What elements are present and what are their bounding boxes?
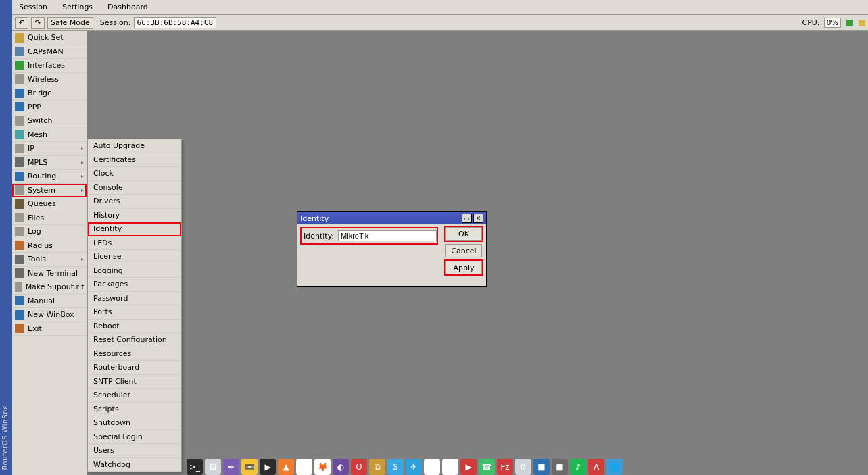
menu-session[interactable]: Session [15,1,51,13]
identity-input[interactable] [338,230,437,241]
dock-terminal-icon[interactable]: >_ [187,459,203,475]
sidebar-item-system[interactable]: System▸ [12,184,87,198]
submenu-item-packages[interactable]: Packages [88,278,181,292]
sidebar-item-interfaces[interactable]: Interfaces [12,59,87,73]
sidebar-item-exit[interactable]: Exit [12,322,87,336]
dialog-titlebar[interactable]: Identity ▭ ✕ [297,212,486,224]
dock-tor-icon[interactable]: ◐ [333,459,349,475]
sidebar-item-manual[interactable]: Manual [12,295,87,309]
sidebar-item-label: Tools [28,255,78,264]
dock-skype-icon[interactable]: S [387,459,404,475]
submenu-item-watchdog[interactable]: Watchdog [88,458,181,472]
sidebar-item-new-terminal[interactable]: New Terminal [12,267,87,281]
minimize-icon[interactable]: ▭ [462,214,472,223]
sidebar-item-ip[interactable]: IP▸ [12,142,87,156]
submenu-item-logging[interactable]: Logging [88,264,181,278]
submenu-item-shutdown[interactable]: Shutdown [88,416,181,430]
dock-gmail-icon[interactable]: ✉ [424,459,440,475]
sidebar-item-label: System [28,186,78,195]
sidebar-item-make-supout-rif[interactable]: Make Supout.rif [12,280,87,295]
dock-filezilla-icon[interactable]: Fz [497,459,513,475]
sidebar-item-label: Routing [28,172,78,180]
submenu-item-auto-upgrade[interactable]: Auto Upgrade [88,139,181,153]
sidebar-item-quick-set[interactable]: Quick Set [12,31,87,45]
dialog-title: Identity [300,214,460,223]
dock-vlc-icon[interactable]: ▲ [278,459,294,475]
dock-telegram-icon[interactable]: ✈ [406,459,422,475]
dock-trash-icon[interactable]: 🗑 [515,459,531,475]
dock-virtualbox-icon[interactable]: ⧉ [369,459,385,475]
sidebar-item-queues[interactable]: Queues [12,197,87,211]
chevron-right-icon: ▸ [81,145,84,151]
redo-button[interactable]: ↷ [31,17,45,29]
submenu-item-special-login[interactable]: Special Login [88,430,181,445]
dock-globe-icon[interactable]: 🌐 [606,459,623,475]
submenu-item-users[interactable]: Users [88,444,181,458]
dock-youtube-icon[interactable]: ▶ [460,459,477,475]
undo-button[interactable]: ↶ [15,17,28,29]
status-square-yellow [859,20,865,26]
sidebar-item-radius[interactable]: Radius [12,239,87,253]
sidebar-item-ppp[interactable]: PPP [12,101,87,115]
submenu-item-drivers[interactable]: Drivers [88,195,181,209]
safe-mode-button[interactable]: Safe Mode [47,17,93,29]
submenu-item-routerboard[interactable]: Routerboard [88,361,181,375]
ok-button[interactable]: OK [445,227,482,241]
sidebar-item-switch[interactable]: Switch [12,114,87,128]
dock-opera-icon[interactable]: O [351,459,367,475]
submenu-item-reboot[interactable]: Reboot [88,320,181,334]
sidebar-icon [15,116,24,126]
submenu-item-history[interactable]: History [88,209,181,223]
submenu-item-ports[interactable]: Ports [88,305,181,320]
submenu-item-scheduler[interactable]: Scheduler [88,389,181,403]
dock-app-gray-icon[interactable]: ■ [552,459,568,475]
sidebar-item-log[interactable]: Log [12,225,87,239]
dock-firefox-icon[interactable]: 🦊 [314,459,331,475]
sidebar-item-capsman[interactable]: CAPsMAN [12,45,87,59]
submenu-item-license[interactable]: License [88,250,181,264]
sidebar: Quick SetCAPsMANInterfacesWirelessBridge… [12,31,87,475]
identity-label: Identity: [304,232,334,241]
submenu-item-leds[interactable]: LEDs [88,236,181,251]
submenu-item-identity[interactable]: Identity [88,222,181,236]
sidebar-item-new-winbox[interactable]: New WinBox [12,308,87,322]
sidebar-item-label: Quick Set [28,33,84,42]
dock-whatsapp-icon[interactable]: ☎ [479,459,495,475]
dock-app-blue-icon[interactable]: ■ [533,459,550,475]
dock-drive-icon[interactable]: ▲ [442,459,458,475]
dock-feather-icon[interactable]: ✒ [223,459,239,475]
apply-button[interactable]: Apply [445,261,482,274]
submenu-item-clock[interactable]: Clock [88,167,181,181]
submenu-item-console[interactable]: Console [88,181,181,195]
sidebar-item-mesh[interactable]: Mesh [12,128,87,143]
submenu-item-scripts[interactable]: Scripts [88,403,181,417]
cancel-button[interactable]: Cancel [445,244,482,257]
dock-image-viewer-icon[interactable]: 🖼 [205,459,221,475]
dock-spotify-icon[interactable]: ♪ [570,459,586,475]
sidebar-item-tools[interactable]: Tools▸ [12,253,87,267]
close-icon[interactable]: ✕ [473,214,483,223]
sidebar-icon [15,268,24,278]
submenu-item-certificates[interactable]: Certificates [88,153,181,168]
sidebar-item-label: Mesh [28,130,84,139]
submenu-item-sntp-client[interactable]: SNTP Client [88,375,181,389]
submenu-item-password[interactable]: Password [88,292,181,306]
dock: >_🖼✒📼▶▲◉🦊◐O⧉S✈✉▲▶☎Fz🗑■■♪A🌐 [187,455,623,475]
sidebar-item-mpls[interactable]: MPLS▸ [12,156,87,170]
main-area: Quick SetCAPsMANInterfacesWirelessBridge… [12,31,868,475]
submenu-item-resources[interactable]: Resources [88,347,181,361]
dock-chrome-icon[interactable]: ◉ [296,459,312,475]
sidebar-icon [15,102,24,111]
sidebar-item-label: Bridge [28,89,84,97]
menu-dashboard[interactable]: Dashboard [103,1,152,13]
dock-plex-icon[interactable]: ▶ [260,459,276,475]
dock-pdf-icon[interactable]: A [588,459,604,475]
sidebar-icon [15,241,24,250]
menu-settings[interactable]: Settings [58,1,97,13]
sidebar-item-wireless[interactable]: Wireless [12,73,87,87]
submenu-item-reset-configuration[interactable]: Reset Configuration [88,333,181,347]
sidebar-item-files[interactable]: Files [12,211,87,226]
sidebar-item-routing[interactable]: Routing▸ [12,170,87,184]
dock-cassette-icon[interactable]: 📼 [241,459,258,475]
sidebar-item-bridge[interactable]: Bridge [12,86,87,101]
